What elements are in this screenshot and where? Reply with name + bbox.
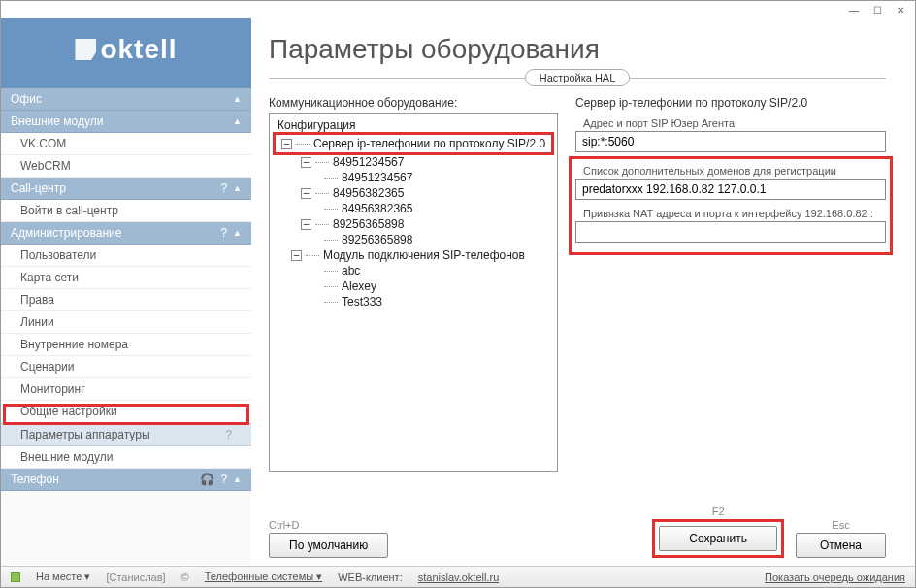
chevron-up-icon: ▲ xyxy=(233,116,242,126)
field-label-sip-agent: Адрес и порт SIP Юзер Агента xyxy=(583,117,886,129)
nav-group-phone[interactable]: Телефон 🎧?▲ xyxy=(1,469,251,491)
collapse-icon[interactable]: – xyxy=(291,250,302,261)
nav-item-scenarios[interactable]: Сценарии xyxy=(1,356,251,378)
tree-label: Коммуникационное оборудование: xyxy=(269,96,558,110)
nav-item-label: VK.COM xyxy=(20,137,66,150)
tree-node[interactable]: –89256365898 xyxy=(274,216,553,232)
logo-text: oktell xyxy=(100,34,177,65)
nav-group-external-modules[interactable]: Внешние модули ▲ xyxy=(1,111,251,133)
tree-node-label: 84956382365 xyxy=(342,202,412,215)
tree-node-label: 84951234567 xyxy=(342,171,412,184)
tree-node[interactable]: –84956382365 xyxy=(274,185,553,201)
nav-item-label: Войти в call-центр xyxy=(20,204,118,217)
nav-group-label: Call-центр xyxy=(11,181,66,195)
highlight-group: Список дополнительных доменов для регист… xyxy=(569,156,893,255)
tree-node-sip-server[interactable]: – Сервер ip-телефонии по протоколу SIP/2… xyxy=(278,136,549,151)
nav: Офис ▲ Внешние модули ▲ VK.COM WebCRM Ca… xyxy=(1,88,251,566)
nav-item-label: Внутренние номера xyxy=(20,338,128,351)
field-label-nat: Привязка NAT адреса и порта к интерфейсу… xyxy=(583,208,886,219)
tree-node-label: Сервер ip-телефонии по протоколу SIP/2.0 xyxy=(313,137,545,150)
window-controls: — ☐ ✕ xyxy=(1,1,915,18)
save-button[interactable]: Сохранить xyxy=(659,526,777,551)
nav-item-label: Права xyxy=(20,293,54,307)
domains-input[interactable] xyxy=(575,179,886,200)
tree-node-label: Модуль подключения SIP-телефонов xyxy=(323,248,525,262)
page-title: Параметры оборудования xyxy=(269,34,886,65)
field-label-domains: Список дополнительных доменов для регист… xyxy=(583,165,886,177)
nav-group-callcenter[interactable]: Call-центр ?▲ xyxy=(1,178,251,200)
nav-item-internal-numbers[interactable]: Внутренние номера xyxy=(1,334,251,356)
tree-node-label: abc xyxy=(342,264,360,278)
show-queue-link[interactable]: Показать очередь ожидания xyxy=(765,572,905,583)
chevron-up-icon: ▲ xyxy=(233,228,242,238)
cancel-button[interactable]: Отмена xyxy=(796,533,886,558)
shortcut-save: F2 xyxy=(652,506,784,517)
nav-item-webcrm[interactable]: WebCRM xyxy=(1,155,251,178)
tree-highlight: – Сервер ip-телефонии по протоколу SIP/2… xyxy=(273,132,554,155)
tree-root[interactable]: Конфигурация xyxy=(274,117,553,133)
main-panel: Параметры оборудования Настройка HAL Ком… xyxy=(251,18,915,566)
nav-item-network-map[interactable]: Карта сети xyxy=(1,267,251,289)
user-name: [Станислав] xyxy=(106,572,165,583)
tree-node-label: 84956382365 xyxy=(333,186,404,200)
tree-leaf[interactable]: 84951234567 xyxy=(274,170,553,185)
shortcut-cancel: Esc xyxy=(796,519,886,531)
logo-icon xyxy=(75,39,96,60)
collapse-icon[interactable]: – xyxy=(281,139,292,149)
nav-item-rights[interactable]: Права xyxy=(1,289,251,311)
nav-item-label: Пользователи xyxy=(20,248,96,262)
close-button[interactable]: ✕ xyxy=(892,3,909,16)
vendor-link[interactable]: Телефонные системы ▾ xyxy=(205,571,323,583)
tree-node-label: Alexey xyxy=(342,279,376,293)
nav-item-monitoring[interactable]: Мониторинг xyxy=(1,378,251,401)
button-bar: Ctrl+D По умолчанию F2 Сохранить Esc Отм… xyxy=(269,496,886,558)
nav-item-label: Карта сети xyxy=(20,271,79,284)
nav-item-hardware-params[interactable]: Параметры аппаратуры ? xyxy=(1,423,251,446)
default-button[interactable]: По умолчанию xyxy=(269,533,388,558)
nav-item-label: WebCRM xyxy=(20,159,71,173)
headset-icon: 🎧 xyxy=(200,473,214,486)
nav-item-vkcom[interactable]: VK.COM xyxy=(1,133,251,155)
nav-item-general-settings[interactable]: Общие настройки xyxy=(1,401,251,423)
sip-agent-input[interactable] xyxy=(575,131,886,152)
nav-item-label: Сценарии xyxy=(20,360,74,374)
nav-group-label: Администрирование xyxy=(11,226,121,240)
nav-item-label: Общие настройки xyxy=(20,405,117,418)
config-tree[interactable]: Конфигурация – Сервер ip-телефонии по пр… xyxy=(269,113,558,472)
tree-node[interactable]: –84951234567 xyxy=(274,154,553,170)
form-column: Сервер ip-телефонии по протоколу SIP/2.0… xyxy=(575,96,886,496)
tree-leaf[interactable]: Test333 xyxy=(274,294,553,310)
collapse-icon[interactable]: – xyxy=(301,157,311,168)
nav-group-admin[interactable]: Администрирование ?▲ xyxy=(1,222,251,245)
nav-group-office[interactable]: Офис ▲ xyxy=(1,88,251,111)
tree-node-sip-module[interactable]: –Модуль подключения SIP-телефонов xyxy=(274,247,553,263)
tree-leaf[interactable]: abc xyxy=(274,263,553,278)
logo: oktell xyxy=(1,18,251,88)
tree-leaf[interactable]: Alexey xyxy=(274,278,553,294)
collapse-icon[interactable]: – xyxy=(301,219,311,230)
collapse-icon[interactable]: – xyxy=(301,188,311,199)
tree-leaf[interactable]: 89256365898 xyxy=(274,232,553,247)
tree-node-label: 89256365898 xyxy=(333,217,404,231)
tree-node-label: 84951234567 xyxy=(333,155,404,169)
tree-leaf[interactable]: 84956382365 xyxy=(274,201,553,216)
nav-group-label: Офис xyxy=(11,92,42,106)
help-icon: ? xyxy=(225,428,232,441)
maximize-button[interactable]: ☐ xyxy=(868,3,886,16)
webclient-label: WEB-клиент: xyxy=(338,572,403,583)
nav-item-users[interactable]: Пользователи xyxy=(1,245,251,267)
presence-text[interactable]: На месте ▾ xyxy=(36,571,90,583)
minimize-button[interactable]: — xyxy=(845,3,863,16)
help-icon: ? xyxy=(220,473,227,486)
nav-group-label: Внешние модули xyxy=(11,114,103,128)
webclient-link[interactable]: stanislav.oktell.ru xyxy=(418,572,500,583)
nav-group-label: Телефон xyxy=(11,473,59,486)
nav-item-ext-modules[interactable]: Внешние модули xyxy=(1,446,251,469)
nav-item-enter-callcenter[interactable]: Войти в call-центр xyxy=(1,200,251,222)
nav-item-label: Мониторинг xyxy=(20,382,85,396)
tab-hal-settings[interactable]: Настройка HAL xyxy=(525,69,631,86)
tree-node-label: Конфигурация xyxy=(278,118,356,132)
nat-input[interactable] xyxy=(575,221,886,243)
nav-item-lines[interactable]: Линии xyxy=(1,311,251,334)
help-icon: ? xyxy=(220,226,227,240)
